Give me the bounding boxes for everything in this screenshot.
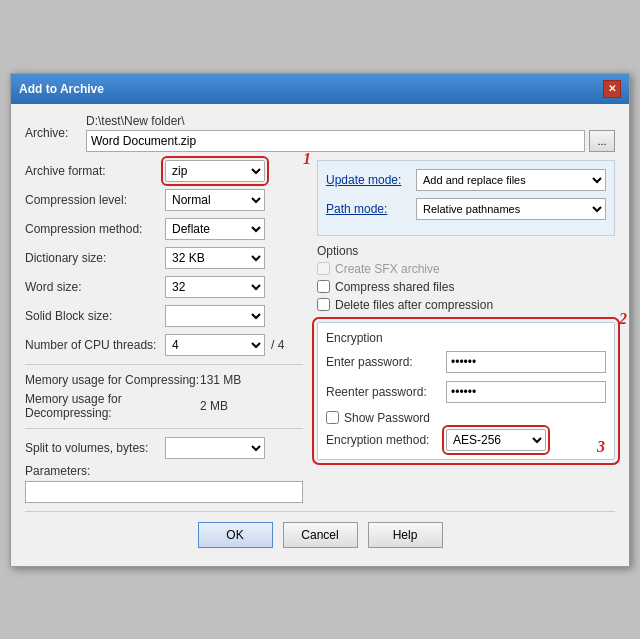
path-mode-label: Path mode:	[326, 202, 416, 216]
format-select[interactable]: zip 7z tar	[165, 160, 265, 182]
shared-row: Compress shared files	[317, 280, 615, 294]
add-to-archive-dialog: Add to Archive ✕ Archive: D:\test\New fo…	[10, 73, 630, 567]
threads-select[interactable]: 4 1 2 8	[165, 334, 265, 356]
right-column: Update mode: Add and replace files Updat…	[317, 160, 615, 503]
encryption-section: Encryption Enter password: Reenter passw…	[317, 322, 615, 460]
delete-row: Delete files after compression	[317, 298, 615, 312]
update-mode-label: Update mode:	[326, 173, 416, 187]
compression-method-select[interactable]: Deflate Deflate64 BZip2 LZMA	[165, 218, 265, 240]
dict-size-label: Dictionary size:	[25, 251, 165, 265]
word-size-row: Word size: 32 64 128	[25, 276, 303, 298]
title-bar: Add to Archive ✕	[11, 74, 629, 104]
params-row: Parameters:	[25, 464, 303, 503]
enter-password-label: Enter password:	[326, 355, 446, 369]
button-row: OK Cancel Help	[25, 511, 615, 556]
archive-filename-input[interactable]	[86, 130, 585, 152]
sfx-row: Create SFX archive	[317, 262, 615, 276]
enter-password-input[interactable]	[446, 351, 606, 373]
threads-row: Number of CPU threads: 4 1 2 8 / 4	[25, 334, 303, 356]
encryption-wrapper: Encryption Enter password: Reenter passw…	[317, 322, 615, 460]
options-section: Options Create SFX archive Compress shar…	[317, 244, 615, 312]
sfx-label: Create SFX archive	[335, 262, 440, 276]
solid-block-select[interactable]: 1 MB	[165, 305, 265, 327]
enc-method-select[interactable]: AES-256 ZipCrypto	[446, 429, 546, 451]
dict-size-select[interactable]: 32 KB 64 KB	[165, 247, 265, 269]
word-size-label: Word size:	[25, 280, 165, 294]
path-mode-row: Path mode: Relative pathnames Absolute p…	[326, 198, 606, 220]
compression-method-row: Compression method: Deflate Deflate64 BZ…	[25, 218, 303, 240]
params-input[interactable]	[25, 481, 303, 503]
browse-button[interactable]: ...	[589, 130, 615, 152]
archive-path-row: ...	[86, 130, 615, 152]
enc-method-row: Encryption method: AES-256 ZipCrypto	[326, 429, 606, 451]
compression-level-label: Compression level:	[25, 193, 165, 207]
options-title: Options	[317, 244, 615, 258]
reenter-password-label: Reenter password:	[326, 385, 446, 399]
show-password-row: Show Password	[326, 411, 606, 425]
sfx-checkbox[interactable]	[317, 262, 330, 275]
archive-label: Archive:	[25, 126, 80, 140]
dict-size-row: Dictionary size: 32 KB 64 KB	[25, 247, 303, 269]
annotation-2: 2	[619, 310, 627, 328]
mem-decompress-value: 2 MB	[200, 399, 228, 413]
params-label: Parameters:	[25, 464, 303, 478]
enc-method-label: Encryption method:	[326, 433, 446, 447]
format-row: Archive format: zip 7z tar 1	[25, 160, 303, 182]
split-select[interactable]: 1457664	[165, 437, 265, 459]
mem-decompress-row: Memory usage for Decompressing: 2 MB	[25, 392, 303, 420]
delete-label: Delete files after compression	[335, 298, 493, 312]
shared-label: Compress shared files	[335, 280, 454, 294]
archive-path: D:\test\New folder\	[86, 114, 615, 128]
compression-level-select[interactable]: Normal Store Fastest Fast Maximum Ultra	[165, 189, 265, 211]
update-path-section: Update mode: Add and replace files Updat…	[317, 160, 615, 236]
word-size-select[interactable]: 32 64 128	[165, 276, 265, 298]
split-row: Split to volumes, bytes: 1457664	[25, 437, 303, 459]
enter-password-row: Enter password:	[326, 351, 606, 373]
mem-decompress-label: Memory usage for Decompressing:	[25, 392, 200, 420]
update-mode-select[interactable]: Add and replace files Update and add fil…	[416, 169, 606, 191]
threads-suffix: / 4	[271, 338, 284, 352]
mem-compress-row: Memory usage for Compressing: 131 MB	[25, 373, 303, 387]
reenter-password-input[interactable]	[446, 381, 606, 403]
help-button[interactable]: Help	[368, 522, 443, 548]
left-column: Archive format: zip 7z tar 1 Compression…	[25, 160, 303, 503]
archive-path-col: D:\test\New folder\ ...	[86, 114, 615, 152]
path-mode-select[interactable]: Relative pathnames Absolute pathnames No…	[416, 198, 606, 220]
archive-row: Archive: D:\test\New folder\ ...	[25, 114, 615, 152]
update-mode-row: Update mode: Add and replace files Updat…	[326, 169, 606, 191]
mem-compress-label: Memory usage for Compressing:	[25, 373, 200, 387]
mem-compress-value: 131 MB	[200, 373, 241, 387]
compression-level-row: Compression level: Normal Store Fastest …	[25, 189, 303, 211]
cancel-button[interactable]: Cancel	[283, 522, 358, 548]
threads-label: Number of CPU threads:	[25, 338, 165, 352]
threads-input-row: 4 1 2 8 / 4	[165, 334, 284, 356]
show-password-label: Show Password	[344, 411, 430, 425]
solid-block-label: Solid Block size:	[25, 309, 165, 323]
shared-checkbox[interactable]	[317, 280, 330, 293]
delete-checkbox[interactable]	[317, 298, 330, 311]
solid-block-row: Solid Block size: 1 MB	[25, 305, 303, 327]
split-label: Split to volumes, bytes:	[25, 441, 165, 455]
show-password-checkbox[interactable]	[326, 411, 339, 424]
format-label: Archive format:	[25, 164, 165, 178]
compression-method-label: Compression method:	[25, 222, 165, 236]
ok-button[interactable]: OK	[198, 522, 273, 548]
reenter-password-row: Reenter password:	[326, 381, 606, 403]
close-button[interactable]: ✕	[603, 80, 621, 98]
annotation-1: 1	[303, 150, 311, 168]
dialog-body: Archive: D:\test\New folder\ ... Archive…	[11, 104, 629, 566]
encryption-title: Encryption	[326, 331, 606, 345]
dialog-title: Add to Archive	[19, 82, 104, 96]
two-col-layout: Archive format: zip 7z tar 1 Compression…	[25, 160, 615, 503]
